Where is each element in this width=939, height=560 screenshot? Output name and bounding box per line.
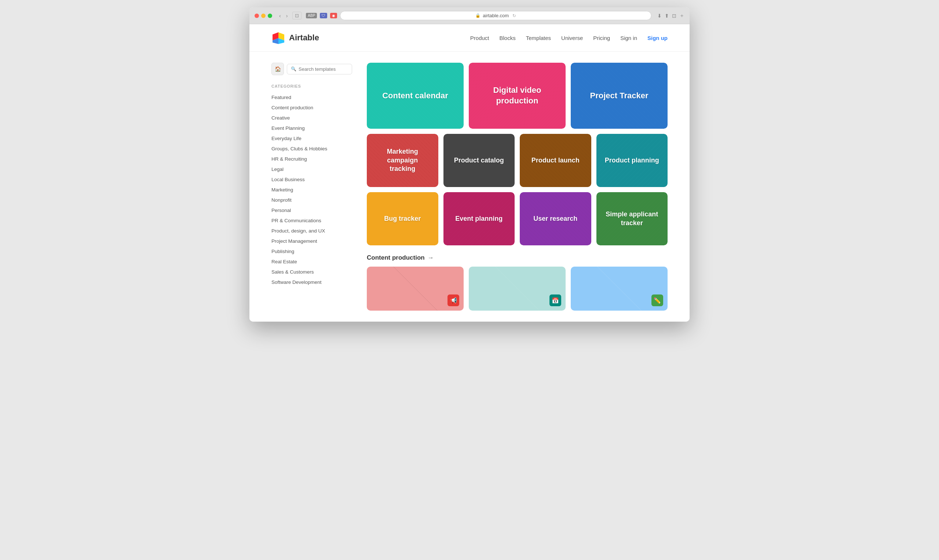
sidebar-item-personal[interactable]: Personal — [271, 208, 291, 213]
ext-shield[interactable]: 🛡 — [320, 13, 327, 18]
logo-icon — [271, 31, 285, 45]
sidebar-item-creative[interactable]: Creative — [271, 115, 290, 121]
address-bar[interactable]: 🔒 airtable.com ↻ — [340, 11, 651, 20]
home-button[interactable]: 🏠 — [271, 63, 284, 75]
reload-icon[interactable]: ↻ — [513, 13, 516, 18]
card-title: Product catalog — [447, 150, 511, 171]
add-tab-button[interactable]: ＋ — [679, 12, 685, 19]
logo-text: Airtable — [289, 33, 319, 43]
main-container: 🏠 🔍 CATEGORIES Featured Content producti… — [249, 52, 690, 322]
sidebar-item-content-production[interactable]: Content production — [271, 105, 313, 111]
card-product-planning[interactable]: Product planning — [596, 134, 668, 187]
nav-templates[interactable]: Templates — [526, 35, 551, 41]
card-digital-video[interactable]: Digital video production — [469, 63, 566, 129]
minimize-dot[interactable] — [261, 14, 266, 18]
maximize-dot[interactable] — [268, 14, 272, 18]
window-controls — [254, 14, 272, 18]
tab-view-button[interactable]: ⊡ — [292, 12, 302, 20]
sidebar-item-legal[interactable]: Legal — [271, 166, 283, 172]
sidebar: 🏠 🔍 CATEGORIES Featured Content producti… — [271, 63, 352, 311]
card-product-catalog[interactable]: Product catalog — [443, 134, 515, 187]
forward-button[interactable]: › — [284, 12, 290, 20]
featured-grid-row1: Content calendar Digital video productio… — [367, 63, 668, 129]
search-box: 🔍 — [287, 64, 352, 74]
site-nav: Airtable Product Blocks Templates Univer… — [249, 24, 690, 52]
content-card-icon-3: ✏️ — [651, 294, 663, 306]
card-marketing-campaign[interactable]: Marketing campaign tracking — [367, 134, 438, 187]
card-title: Bug tracker — [377, 209, 428, 229]
logo-link[interactable]: Airtable — [271, 31, 319, 45]
ext-adblock[interactable]: ABP — [306, 13, 317, 18]
nav-universe[interactable]: Universe — [561, 35, 583, 41]
sidebar-item-publishing[interactable]: Publishing — [271, 249, 294, 254]
search-input[interactable] — [299, 66, 348, 72]
sidebar-item-everyday-life[interactable]: Everyday Life — [271, 136, 302, 141]
nav-product[interactable]: Product — [470, 35, 489, 41]
sidebar-item-local-business[interactable]: Local Business — [271, 177, 305, 182]
sidebar-item-featured[interactable]: Featured — [271, 95, 291, 100]
pencil-icon: ✏️ — [654, 297, 661, 304]
sidebar-item-sales[interactable]: Sales & Customers — [271, 269, 314, 275]
featured-grid-row2: Marketing campaign tracking Product cata… — [367, 134, 668, 187]
sidebar-search-row: 🏠 🔍 — [271, 63, 352, 75]
card-content-calendar[interactable]: Content calendar — [367, 63, 463, 129]
section-arrow[interactable]: → — [428, 254, 434, 262]
browser-nav: ‹ › — [277, 12, 289, 20]
sidebar-item-pr[interactable]: PR & Communications — [271, 218, 321, 223]
sidebar-item-software[interactable]: Software Development — [271, 280, 322, 285]
template-content: Content calendar Digital video productio… — [367, 63, 668, 311]
sidebar-item-real-estate[interactable]: Real Estate — [271, 259, 297, 265]
windows-button[interactable]: ⊡ — [672, 12, 676, 19]
sidebar-item-product-design[interactable]: Product, design, and UX — [271, 228, 325, 234]
back-button[interactable]: ‹ — [277, 12, 283, 20]
content-card-icon-1: 📢 — [448, 294, 459, 306]
browser-actions: ⬇ ⬆ ⊡ ＋ — [657, 12, 685, 19]
ext-other[interactable]: ◉ — [330, 13, 337, 18]
sidebar-item-marketing[interactable]: Marketing — [271, 187, 293, 192]
card-event-planning[interactable]: Event planning — [443, 192, 515, 245]
nav-blocks[interactable]: Blocks — [500, 35, 516, 41]
categories-label: CATEGORIES — [271, 84, 352, 88]
featured-grid-row3: Bug tracker Event planning — [367, 192, 668, 245]
close-dot[interactable] — [254, 14, 259, 18]
card-title: Project Tracker — [583, 85, 656, 107]
lock-icon: 🔒 — [476, 13, 480, 18]
content-card-3[interactable]: ✏️ — [571, 267, 668, 311]
card-title: User research — [526, 209, 585, 229]
sidebar-item-event-planning[interactable]: Event Planning — [271, 125, 305, 131]
card-title: Digital video production — [469, 79, 566, 112]
content-production-header: Content production → — [367, 254, 668, 262]
card-title: Product launch — [524, 150, 587, 171]
card-project-tracker[interactable]: Project Tracker — [571, 63, 668, 129]
page-content: Airtable Product Blocks Templates Univer… — [249, 24, 690, 322]
browser-toolbar: ‹ › ⊡ ABP 🛡 ◉ 🔒 airtable.com ↻ ⬇ ⬆ ⊡ ＋ — [249, 7, 690, 24]
section-title: Content production — [367, 254, 425, 262]
card-product-launch[interactable]: Product launch — [520, 134, 591, 187]
nav-signup[interactable]: Sign up — [647, 35, 668, 41]
content-card-1[interactable]: 📢 — [367, 267, 463, 311]
card-bug-tracker[interactable]: Bug tracker — [367, 192, 438, 245]
content-production-row: 📢 📅 ✏️ — [367, 267, 668, 311]
card-title: Marketing campaign tracking — [367, 142, 438, 179]
card-user-research[interactable]: User research — [520, 192, 591, 245]
sidebar-item-project-mgmt[interactable]: Project Management — [271, 238, 317, 244]
card-title: Content calendar — [375, 85, 456, 107]
card-title: Simple applicant tracker — [596, 204, 668, 233]
content-card-2[interactable]: 📅 — [469, 267, 566, 311]
sidebar-item-nonprofit[interactable]: Nonprofit — [271, 197, 292, 203]
category-list: Featured Content production Creative Eve… — [271, 92, 352, 287]
url-text: airtable.com — [483, 13, 509, 18]
card-simple-applicant[interactable]: Simple applicant tracker — [596, 192, 668, 245]
sidebar-item-groups[interactable]: Groups, Clubs & Hobbies — [271, 146, 327, 151]
card-title: Event planning — [448, 209, 510, 229]
nav-pricing[interactable]: Pricing — [593, 35, 610, 41]
megaphone-icon: 📢 — [450, 297, 457, 304]
share-button[interactable]: ⬆ — [665, 12, 669, 19]
content-card-icon-2: 📅 — [550, 294, 561, 306]
card-title: Product planning — [597, 150, 667, 171]
download-button[interactable]: ⬇ — [657, 12, 662, 19]
sidebar-item-hr[interactable]: HR & Recruiting — [271, 156, 307, 162]
search-icon: 🔍 — [291, 66, 296, 72]
nav-links: Product Blocks Templates Universe Pricin… — [470, 35, 668, 41]
nav-signin[interactable]: Sign in — [620, 35, 637, 41]
